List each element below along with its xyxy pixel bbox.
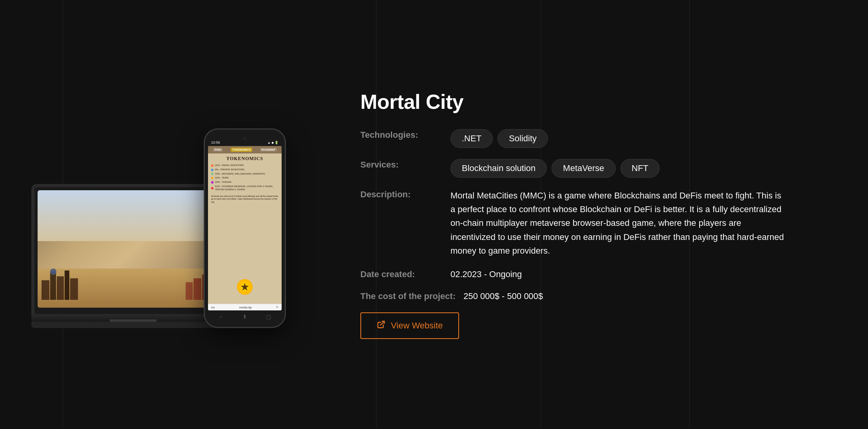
- svg-line-13: [380, 321, 384, 325]
- laptop-screen-content: Fight Your DeFis LONDON VS BEIJING: [38, 190, 229, 308]
- mobile-notch: [229, 134, 260, 143]
- svg-marker-12: [241, 283, 249, 290]
- date-created-row: Date created: 02.2023 - Ongoing: [360, 269, 837, 279]
- date-created-value: 02.2023 - Ongoing: [450, 269, 522, 279]
- dot-4: [211, 177, 213, 179]
- dot-3: [211, 173, 213, 175]
- view-website-label: View Website: [391, 321, 443, 331]
- list-item: 10% - TEAM: [211, 177, 278, 180]
- list-item: 51% - FOUNDER RESERVE, LOCKED FOR 3 YEAR…: [211, 185, 278, 191]
- sky-bg: [38, 190, 229, 241]
- svg-rect-0: [42, 280, 49, 300]
- list-text-1: 10% - ANGEL INVESTORS: [215, 164, 244, 167]
- mobile-screen: ITING TOKENOMICS ROADMAP TOKENOMICS 10% …: [208, 146, 282, 310]
- mobile-bar-tabs[interactable]: ▢: [264, 313, 272, 321]
- mobile-bar-share[interactable]: ⬆: [241, 313, 249, 321]
- page-container: Fight Your DeFis LONDON VS BEIJING: [0, 0, 868, 429]
- project-title: Mortal City: [360, 90, 837, 114]
- description-text: Mortal MetaCities (MMC) is a game where …: [450, 189, 787, 258]
- tag-blockchain: Blockchain solution: [450, 159, 547, 178]
- svg-rect-11: [186, 282, 193, 300]
- info-section: Mortal City Technologies: .NET Solidity …: [329, 90, 837, 339]
- devices-section: Fight Your DeFis LONDON VS BEIJING: [31, 101, 298, 328]
- description-label: Description:: [360, 189, 443, 200]
- mobile-signal-icons: ▲ ◆ 🔋: [268, 141, 278, 144]
- description-row: Description: Mortal MetaCities (MMC) is …: [360, 189, 837, 258]
- svg-rect-3: [65, 270, 69, 300]
- mobile-nav-item-3[interactable]: ROADMAP: [260, 148, 277, 152]
- mobile-footer: AA mortal.city ↻: [208, 304, 282, 310]
- mobile-bar-back[interactable]: ←: [217, 313, 225, 321]
- external-link-icon: [377, 320, 385, 331]
- tag-solidity: Solidity: [497, 129, 548, 148]
- mobile-bottom-bar: ← ⬆ ▢: [208, 310, 282, 322]
- view-website-button[interactable]: View Website: [360, 312, 459, 339]
- mobile-mockup: 10:56 ▲ ◆ 🔋 ITING TOKENOMICS ROADMAP TOK…: [204, 128, 286, 328]
- svg-rect-4: [70, 278, 78, 300]
- tag-dotnet: .NET: [450, 129, 493, 148]
- mobile-nav-item-2[interactable]: TOKENOMICS: [231, 148, 252, 152]
- technologies-tags: .NET Solidity: [450, 129, 548, 148]
- cost-label: The cost of the project:: [360, 290, 456, 301]
- services-label: Services:: [360, 159, 443, 170]
- svg-rect-1: [50, 272, 56, 300]
- list-item: 9% - PRIVATE INVESTORS: [211, 168, 278, 171]
- tag-nft: NFT: [620, 159, 660, 178]
- dot-6: [211, 187, 213, 189]
- mobile-outer: 10:56 ▲ ◆ 🔋 ITING TOKENOMICS ROADMAP TOK…: [204, 128, 286, 328]
- technologies-row: Technologies: .NET Solidity: [360, 129, 837, 148]
- cost-value: 250 000$ - 500 000$: [463, 290, 543, 301]
- dot-1: [211, 164, 213, 167]
- list-text-4: 10% - TEAM: [215, 177, 228, 180]
- list-text-5: 10% - TOKENS: [215, 181, 231, 184]
- cost-row: The cost of the project: 250 000$ - 500 …: [360, 290, 837, 301]
- laptop-screen: Fight Your DeFis LONDON VS BEIJING: [38, 190, 229, 308]
- tag-metaverse: MetaVerse: [552, 159, 615, 178]
- list-text-3: 10% - ADVISERS, INFLUENCERS, AIRDROPS: [215, 173, 265, 176]
- services-tags: Blockchain solution MetaVerse NFT: [450, 159, 660, 178]
- mobile-tokenomics-title: TOKENOMICS: [208, 153, 282, 163]
- svg-rect-6: [52, 272, 55, 272]
- technologies-label: Technologies:: [360, 129, 443, 140]
- mobile-golden-icon: [237, 279, 253, 295]
- mobile-nav: ITING TOKENOMICS ROADMAP: [208, 146, 282, 153]
- laptop-bottom-bar: [38, 308, 229, 311]
- mobile-time: 10:56: [211, 141, 220, 144]
- dot-5: [211, 181, 213, 184]
- list-text-2: 9% - PRIVATE INVESTORS: [215, 168, 244, 171]
- list-item: 10% - ANGEL INVESTORS: [211, 164, 278, 167]
- mobile-paragraph: All lands are sold via ILO (Initial Land…: [208, 193, 282, 205]
- dot-2: [211, 169, 213, 171]
- date-created-label: Date created:: [360, 269, 443, 279]
- list-text-6: 51% - FOUNDER RESERVE, LOCKED FOR 3 YEAR…: [215, 185, 278, 191]
- svg-rect-7: [193, 278, 201, 300]
- svg-rect-2: [57, 276, 64, 300]
- list-item: 10% - TOKENS: [211, 181, 278, 184]
- list-item: 10% - ADVISERS, INFLUENCERS, AIRDROPS: [211, 173, 278, 176]
- mobile-url: mortal.city: [239, 306, 252, 309]
- mobile-nav-item-1[interactable]: ITING: [213, 148, 223, 152]
- services-row: Services: Blockchain solution MetaVerse …: [360, 159, 837, 178]
- mobile-token-list: 10% - ANGEL INVESTORS 9% - PRIVATE INVES…: [208, 163, 282, 193]
- city-silhouette-left: [42, 269, 104, 300]
